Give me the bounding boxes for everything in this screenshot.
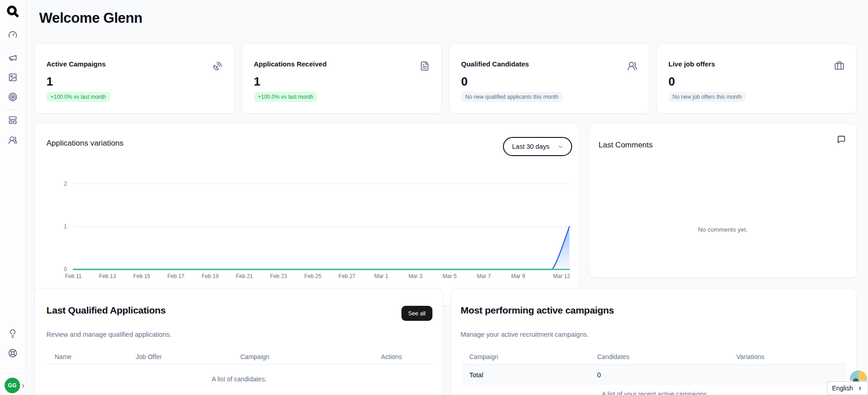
file-text-icon (420, 61, 430, 71)
stat-card-qualified-candidates: Qualified Candidates 0 No new qualified … (449, 43, 650, 114)
comments-title: Last Comments (599, 141, 653, 150)
svg-text:Feb 15: Feb 15 (133, 273, 151, 279)
column-header-job-offer: Job Offer (127, 353, 231, 360)
panel-subtitle: Manage your active recruitment campaigns… (461, 331, 589, 338)
stat-label: Qualified Candidates (461, 60, 529, 68)
stat-value: 0 (461, 75, 467, 89)
page-title: Welcome Glenn (39, 10, 142, 26)
sidebar-item-targets[interactable] (5, 90, 21, 106)
column-header-candidates: Candidates (590, 353, 729, 360)
last-qualified-applications-card: Last Qualified Applications See all Revi… (34, 288, 443, 395)
stats-row: Active Campaigns 1 +100.0% vs last month… (34, 43, 857, 114)
column-header-variations: Variations (729, 353, 847, 360)
svg-text:0: 0 (64, 266, 67, 273)
stat-badge: +100.0% vs last month (46, 92, 110, 102)
stat-badge: No new qualified applicants this month (461, 92, 563, 102)
svg-text:Feb 13: Feb 13 (99, 273, 116, 279)
sidebar-item-boards[interactable] (5, 113, 21, 129)
sidebar-item-dashboard[interactable] (5, 27, 21, 44)
table-caption: A list of your recent active campaigns (462, 385, 847, 395)
svg-text:Mar 1: Mar 1 (374, 273, 388, 279)
chart-title: Applications variations (46, 139, 123, 148)
sidebar-item-ideas[interactable] (5, 326, 21, 343)
sidebar-footer-divider (0, 373, 26, 374)
svg-text:Mar 5: Mar 5 (443, 273, 457, 279)
sidebar-item-help[interactable] (5, 346, 21, 362)
svg-text:Feb 19: Feb 19 (202, 273, 219, 279)
image-icon (8, 73, 17, 84)
satellite-dish-icon (213, 61, 223, 71)
sidebar: GG (0, 0, 26, 395)
svg-text:Mar 9: Mar 9 (511, 273, 525, 279)
line-chart: 012Feb 11Feb 13Feb 15Feb 17Feb 19Feb 21F… (35, 151, 580, 287)
language-label: English (832, 385, 853, 392)
svg-text:Feb 27: Feb 27 (339, 273, 356, 279)
column-header-name: Name (46, 353, 127, 360)
candidates-table: Name Job Offer Campaign Actions A list o… (46, 349, 433, 383)
svg-text:Feb 25: Feb 25 (305, 273, 322, 279)
table-caption: A list of candidates. (46, 365, 433, 383)
most-performing-campaigns-card: Most performing active campaigns Manage … (451, 288, 857, 395)
svg-text:Mar 12: Mar 12 (553, 273, 570, 279)
sidebar-divider (5, 110, 20, 110)
lightbulb-icon (8, 329, 17, 340)
users-icon (627, 61, 637, 71)
sidebar-item-campaigns[interactable] (5, 51, 21, 67)
table-total-row: Total 0 (462, 365, 847, 385)
total-label: Total (462, 371, 590, 379)
users-icon (8, 136, 17, 147)
chevron-down-icon (557, 143, 564, 150)
svg-text:Feb 11: Feb 11 (65, 273, 82, 279)
total-candidates: 0 (590, 371, 729, 379)
stat-value: 1 (254, 75, 260, 89)
user-avatar[interactable]: GG (5, 378, 20, 393)
language-selector[interactable]: English (827, 381, 868, 395)
chevron-right-icon (20, 382, 26, 388)
panel-subtitle: Review and manage qualified applications… (46, 331, 172, 338)
svg-text:Feb 17: Feb 17 (168, 273, 185, 279)
stat-value: 1 (46, 75, 53, 89)
column-header-campaign: Campaign (462, 353, 590, 360)
svg-text:Mar 3: Mar 3 (408, 273, 422, 279)
sidebar-item-candidates[interactable] (5, 133, 21, 149)
message-square-icon (837, 135, 846, 144)
see-all-button[interactable]: See all (401, 306, 432, 321)
table-header-row: Campaign Candidates Variations (462, 349, 847, 365)
stat-value: 0 (669, 75, 675, 89)
megaphone-icon (8, 53, 17, 64)
panel-title: Last Qualified Applications (46, 305, 166, 316)
layout-dashboard-icon (8, 116, 17, 127)
column-header-actions: Actions (372, 353, 433, 360)
panel-title: Most performing active campaigns (461, 305, 614, 316)
sidebar-divider (5, 48, 20, 48)
svg-text:Mar 7: Mar 7 (477, 273, 491, 279)
svg-text:1: 1 (64, 223, 67, 230)
campaigns-table: Campaign Candidates Variations Total 0 A… (462, 349, 847, 395)
stat-card-active-campaigns: Active Campaigns 1 +100.0% vs last month (34, 43, 235, 114)
lifebuoy-icon (8, 349, 17, 360)
stat-label: Active Campaigns (46, 60, 106, 68)
chevron-right-icon (857, 385, 863, 391)
date-range-value: Last 30 days (512, 143, 549, 150)
stat-card-applications-received: Applications Received 1 +100.0% vs last … (242, 43, 442, 114)
last-comments-card: Last Comments No comments yet. (589, 123, 857, 278)
applications-variations-card: Applications variations Last 30 days 012… (34, 123, 580, 306)
stat-label: Live job offers (669, 60, 716, 68)
svg-text:Feb 21: Feb 21 (236, 273, 253, 279)
column-header-campaign: Campaign (231, 353, 372, 360)
table-header-row: Name Job Offer Campaign Actions (46, 349, 433, 365)
stat-badge: No new job offers this month (669, 92, 746, 102)
stat-badge: +100.0% vs last month (254, 92, 318, 102)
gauge-icon (8, 30, 17, 41)
svg-text:2: 2 (64, 181, 67, 187)
stat-card-live-job-offers: Live job offers 0 No new job offers this… (656, 43, 857, 114)
app-logo-magnifier-icon[interactable] (5, 5, 20, 19)
target-icon (8, 92, 17, 103)
svg-text:Feb 23: Feb 23 (270, 273, 287, 279)
stat-label: Applications Received (254, 60, 327, 68)
sidebar-item-media[interactable] (5, 70, 21, 86)
briefcase-icon (834, 61, 844, 71)
comments-empty-text: No comments yet. (589, 226, 857, 233)
dashboard-page: GG Welcome Glenn Active Campaigns 1 +100… (0, 0, 868, 395)
